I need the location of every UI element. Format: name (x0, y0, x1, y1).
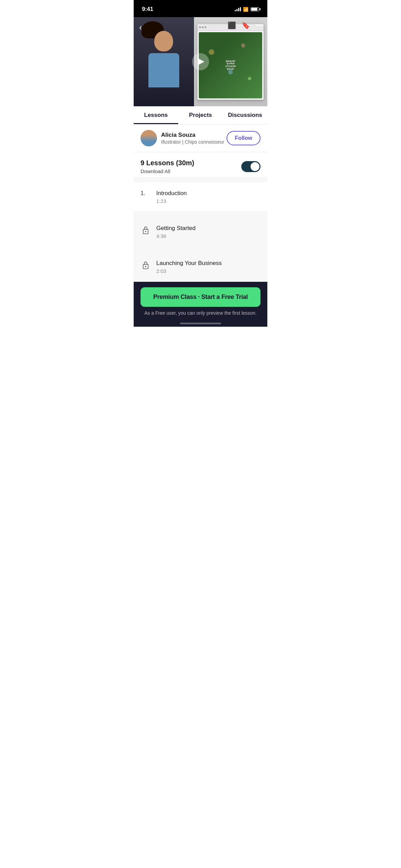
home-indicator (134, 320, 267, 327)
avatar-image (141, 130, 157, 146)
sticker-book-cover: AMAZIN'SUPERSTICKERBOOK (199, 32, 262, 98)
lesson-content: Launching Your Business 2:03 (156, 260, 260, 274)
video-top-controls: ⬛ 🔖 ••• (228, 21, 263, 29)
lock-icon (141, 225, 151, 234)
lesson-item[interactable]: 1. Introduction 1:23 (134, 182, 267, 212)
lesson-duration: 1:23 (156, 198, 260, 204)
more-options-icon[interactable]: ••• (256, 22, 263, 29)
wifi-icon: 📶 (243, 7, 248, 12)
lessons-header: 9 Lessons (30m) Download All (134, 152, 267, 177)
lessons-count: 9 Lessons (30m) (141, 159, 241, 167)
lesson-content: Introduction 1:23 (156, 190, 260, 204)
video-left-panel (134, 17, 194, 106)
instructor-info: Alicia Souza Illustrator | Chips connois… (161, 132, 227, 145)
status-icons: 📶 (235, 7, 259, 12)
lesson-duration: 2:03 (156, 268, 260, 274)
instructor-head (154, 31, 173, 51)
instructor-title: Illustrator | Chips connoisseur (161, 139, 227, 145)
lesson-item[interactable]: Launching Your Business 2:03 (134, 252, 267, 282)
download-all-label: Download All (141, 168, 241, 174)
toggle-knob (251, 162, 259, 171)
back-button[interactable]: ‹ (139, 23, 142, 32)
svg-point-1 (145, 231, 146, 232)
status-bar: 9:41 📶 (134, 0, 267, 17)
instructor-section: Alicia Souza Illustrator | Chips connois… (134, 124, 267, 152)
lesson-content: Getting Started 4:36 (156, 225, 260, 239)
follow-button[interactable]: Follow (227, 131, 260, 145)
tab-lessons[interactable]: Lessons (134, 106, 178, 124)
lessons-info: 9 Lessons (30m) Download All (141, 159, 241, 174)
lock-icon (141, 260, 151, 269)
lesson-name: Introduction (156, 190, 260, 197)
lesson-item[interactable]: Getting Started 4:36 (134, 217, 267, 247)
video-player: AMAZIN'SUPERSTICKERBOOK ‹ ⬛ 🔖 ••• (134, 17, 267, 106)
instructor-body (148, 53, 179, 87)
tab-projects[interactable]: Projects (178, 106, 223, 124)
airplay-icon[interactable]: ⬛ (228, 21, 236, 29)
cta-container: Premium Class · Start a Free Trial As a … (134, 282, 267, 320)
lesson-name: Launching Your Business (156, 260, 260, 267)
avatar (141, 130, 157, 146)
play-button[interactable] (192, 53, 209, 70)
cta-button[interactable]: Premium Class · Start a Free Trial (141, 287, 260, 307)
cta-subtitle: As a Free user, you can only preview the… (141, 310, 260, 316)
home-indicator-bar (180, 323, 221, 324)
play-icon (198, 58, 204, 65)
battery-icon (251, 7, 259, 11)
status-time: 9:41 (142, 6, 153, 13)
spacer-2 (134, 212, 267, 217)
lesson-number: 1. (141, 190, 151, 197)
bookmark-icon[interactable]: 🔖 (242, 21, 250, 29)
tab-discussions[interactable]: Discussions (223, 106, 267, 124)
download-toggle[interactable] (241, 161, 260, 172)
instructor-name: Alicia Souza (161, 132, 227, 138)
spacer (134, 177, 267, 182)
instructor-image (134, 17, 194, 106)
tab-bar: Lessons Projects Discussions (134, 106, 267, 124)
signal-icon (235, 7, 241, 11)
instructor-silhouette (143, 24, 184, 99)
spacer-3 (134, 247, 267, 252)
lesson-name: Getting Started (156, 225, 260, 232)
lesson-duration: 4:36 (156, 233, 260, 239)
svg-point-3 (145, 266, 146, 267)
